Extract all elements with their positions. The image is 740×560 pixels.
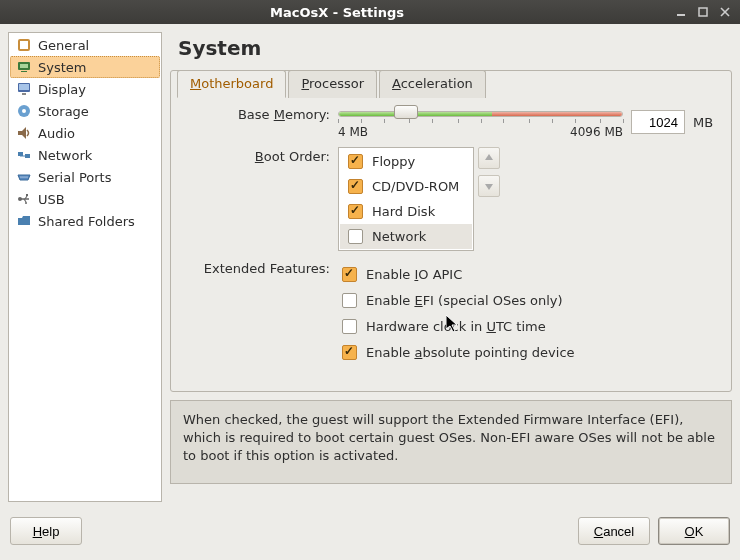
- sidebar-item-label: Network: [38, 148, 92, 163]
- dialog-footer: Help Cancel OK: [0, 510, 740, 552]
- boot-item-floppy[interactable]: Floppy: [340, 149, 472, 174]
- boot-item-label: CD/DVD-ROM: [372, 179, 459, 194]
- svg-rect-7: [20, 64, 28, 68]
- minimize-icon[interactable]: [674, 5, 688, 19]
- enable-io-apic-checkbox[interactable]: Enable IO APIC: [338, 264, 719, 285]
- base-memory-unit: MB: [693, 115, 719, 130]
- sidebar-item-system[interactable]: System: [10, 56, 160, 78]
- sidebar-item-storage[interactable]: Storage: [10, 100, 160, 122]
- serial-ports-icon: [16, 169, 32, 185]
- usb-icon: [16, 191, 32, 207]
- shared-folders-icon: [16, 213, 32, 229]
- page-title: System: [178, 36, 732, 60]
- boot-item-label: Hard Disk: [372, 204, 435, 219]
- slider-max-label: 4096 MB: [570, 125, 623, 139]
- sidebar-item-shared-folders[interactable]: Shared Folders: [10, 210, 160, 232]
- sidebar-item-display[interactable]: Display: [10, 78, 160, 100]
- general-icon: [16, 37, 32, 53]
- close-icon[interactable]: [718, 5, 732, 19]
- enable-absolute-pointing-checkbox[interactable]: Enable absolute pointing device: [338, 342, 719, 363]
- sidebar-item-label: Serial Ports: [38, 170, 111, 185]
- arrow-up-icon: [484, 153, 494, 163]
- boot-item-network[interactable]: Network: [340, 224, 472, 249]
- sidebar-item-label: Audio: [38, 126, 75, 141]
- arrow-down-icon: [484, 181, 494, 191]
- base-memory-input[interactable]: [631, 110, 685, 134]
- boot-move-up-button[interactable]: [478, 147, 500, 169]
- boot-item-label: Floppy: [372, 154, 415, 169]
- sidebar-item-network[interactable]: Network: [10, 144, 160, 166]
- sidebar-item-audio[interactable]: Audio: [10, 122, 160, 144]
- boot-item-checkbox[interactable]: [348, 179, 363, 194]
- tab-label: otherboard: [201, 76, 273, 91]
- boot-item-checkbox[interactable]: [348, 229, 363, 244]
- svg-rect-10: [19, 84, 29, 90]
- svg-marker-14: [18, 127, 26, 139]
- sidebar-item-label: Storage: [38, 104, 89, 119]
- audio-icon: [16, 125, 32, 141]
- svg-point-21: [26, 176, 27, 177]
- svg-marker-29: [485, 184, 493, 190]
- maximize-icon[interactable]: [696, 5, 710, 19]
- hardware-clock-utc-checkbox[interactable]: Hardware clock in UTC time: [338, 316, 719, 337]
- svg-point-20: [24, 176, 25, 177]
- svg-point-19: [22, 176, 23, 177]
- titlebar: MacOsX - Settings: [0, 0, 740, 24]
- extended-features-label: Extended Features:: [183, 259, 338, 276]
- enable-efi-checkbox[interactable]: Enable EFI (special OSes only): [338, 290, 719, 311]
- boot-item-checkbox[interactable]: [348, 204, 363, 219]
- window-title: MacOsX - Settings: [8, 5, 666, 20]
- tab-motherboard[interactable]: Motherboard: [177, 70, 286, 98]
- sidebar-item-label: System: [38, 60, 86, 75]
- sidebar-item-label: Shared Folders: [38, 214, 135, 229]
- boot-item-cddvd[interactable]: CD/DVD-ROM: [340, 174, 472, 199]
- svg-rect-5: [20, 41, 28, 49]
- boot-order-label: Boot Order:: [183, 147, 338, 164]
- boot-item-label: Network: [372, 229, 426, 244]
- help-text-panel: When checked, the guest will support the…: [170, 400, 732, 484]
- base-memory-slider[interactable]: 4 MB 4096 MB: [338, 105, 623, 139]
- svg-rect-0: [677, 14, 685, 16]
- storage-icon: [16, 103, 32, 119]
- sidebar-item-usb[interactable]: USB: [10, 188, 160, 210]
- tab-processor[interactable]: Processor: [288, 70, 377, 98]
- display-icon: [16, 81, 32, 97]
- sidebar-item-general[interactable]: General: [10, 34, 160, 56]
- ok-button[interactable]: OK: [658, 517, 730, 545]
- tab-frame: Motherboard Processor Acceleration Base …: [170, 70, 732, 392]
- boot-move-down-button[interactable]: [478, 175, 500, 197]
- sidebar-item-label: General: [38, 38, 89, 53]
- slider-min-label: 4 MB: [338, 125, 368, 139]
- tab-label: cceleration: [401, 76, 473, 91]
- tab-label: rocessor: [309, 76, 364, 91]
- boot-item-harddisk[interactable]: Hard Disk: [340, 199, 472, 224]
- svg-point-18: [20, 176, 21, 177]
- boot-order-list[interactable]: Floppy CD/DVD-ROM Hard Disk: [338, 147, 474, 251]
- svg-point-27: [25, 202, 27, 204]
- boot-item-checkbox[interactable]: [348, 154, 363, 169]
- sidebar-item-label: USB: [38, 192, 65, 207]
- help-button[interactable]: Help: [10, 517, 82, 545]
- svg-rect-1: [699, 8, 707, 16]
- sidebar-item-label: Display: [38, 82, 86, 97]
- svg-rect-15: [18, 152, 23, 156]
- svg-rect-25: [26, 194, 28, 196]
- sidebar-item-serial-ports[interactable]: Serial Ports: [10, 166, 160, 188]
- tab-bar: Motherboard Processor Acceleration: [177, 69, 488, 97]
- settings-sidebar: General System Display Storage Audio: [8, 32, 162, 502]
- svg-rect-11: [22, 93, 26, 95]
- system-icon: [16, 59, 32, 75]
- svg-point-13: [22, 109, 26, 113]
- slider-thumb[interactable]: [394, 105, 418, 119]
- cancel-button[interactable]: Cancel: [578, 517, 650, 545]
- tab-acceleration[interactable]: Acceleration: [379, 70, 486, 98]
- base-memory-label: Base Memory:: [183, 105, 338, 122]
- svg-marker-28: [485, 154, 493, 160]
- network-icon: [16, 147, 32, 163]
- svg-rect-8: [21, 71, 27, 72]
